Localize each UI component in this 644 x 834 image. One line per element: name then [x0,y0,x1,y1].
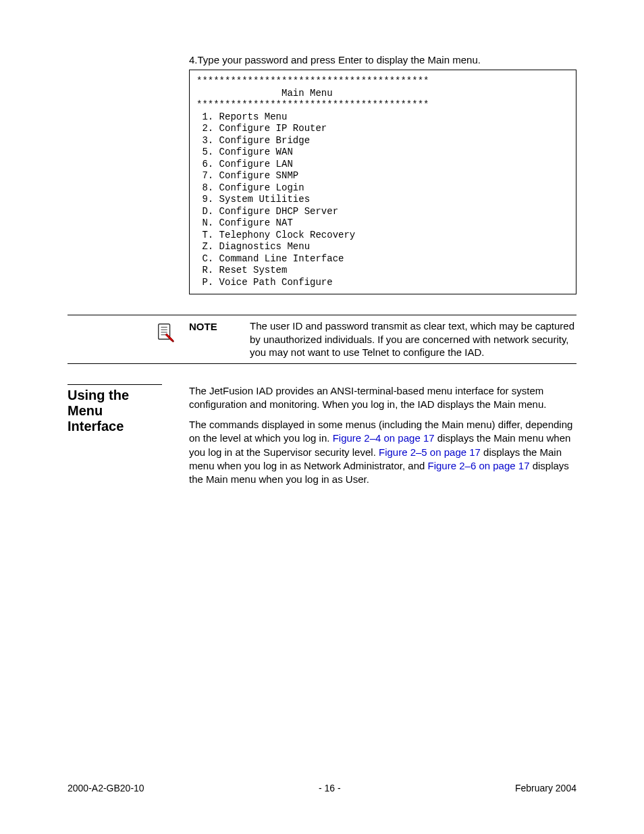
menu-item: D. Configure DHCP Server [196,206,338,217]
menu-item: R. Reset System [196,265,287,276]
footer-date: February 2004 [515,783,576,793]
menu-rule-bottom: ****************************************… [196,99,429,110]
menu-item: T. Telephony Clock Recovery [196,230,355,240]
footer-page-number: - 16 - [319,783,341,793]
step-text: 4.Type your password and press Enter to … [189,54,576,66]
menu-item: 6. Configure LAN [196,159,293,170]
page-footer: 2000-A2-GB20-10 - 16 - February 2004 [68,783,576,793]
section-paragraph: The JetFusion IAD provides an ANSI-termi… [189,384,576,412]
note-icon [155,322,176,344]
menu-item: N. Configure NAT [196,217,293,228]
cross-reference-link[interactable]: Figure 2–5 on page 17 [379,446,481,458]
footer-doc-id: 2000-A2-GB20-10 [68,783,144,793]
note-icon-cell [68,319,189,344]
section-body: The JetFusion IAD provides an ANSI-termi… [189,384,576,494]
menu-item: 7. Configure SNMP [196,170,298,181]
note-label: NOTE [189,319,250,332]
section-heading: Using the Menu Interface [68,384,162,434]
cross-reference-link[interactable]: Figure 2–6 on page 17 [428,460,530,471]
menu-item: 3. Configure Bridge [196,135,310,146]
cross-reference-link[interactable]: Figure 2–4 on page 17 [333,432,435,444]
menu-item: 2. Configure IP Router [196,123,327,134]
menu-item: P. Voice Path Configure [196,277,333,288]
menu-item: 9. System Utilities [196,194,310,205]
section-row: Using the Menu Interface The JetFusion I… [68,384,576,494]
menu-rule-top: ****************************************… [196,76,429,86]
note-block: NOTE The user ID and password transmit a… [68,315,576,364]
menu-item: Z. Diagnostics Menu [196,241,310,252]
section-paragraph: The commands displayed in some menus (in… [189,418,576,486]
page: 4.Type your password and press Enter to … [0,0,644,834]
menu-item: 8. Configure Login [196,182,304,193]
note-text: The user ID and password transmit as cle… [250,319,576,359]
content-column: 4.Type your password and press Enter to … [189,54,576,493]
menu-item: C. Command Line Interface [196,253,344,264]
main-menu-box: ****************************************… [189,70,576,294]
menu-item: 5. Configure WAN [196,147,293,157]
section-heading-cell: Using the Menu Interface [68,384,189,434]
menu-item: 1. Reports Menu [196,111,287,122]
menu-title: Main Menu [196,88,333,99]
note-content: NOTE The user ID and password transmit a… [189,319,576,359]
